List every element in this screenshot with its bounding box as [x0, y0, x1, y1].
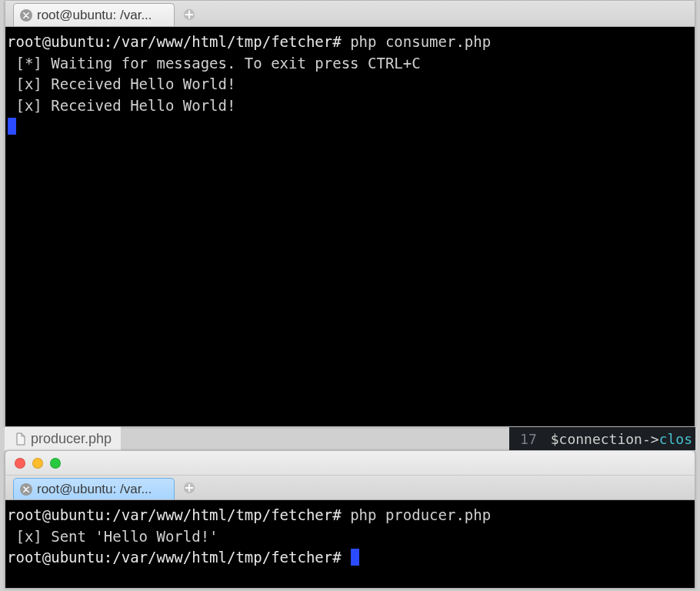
terminal-prompt: root@ubuntu:/var/www/html/tmp/fetcher# [7, 506, 342, 523]
editor-code: $connection->clos [551, 431, 692, 447]
bottom-tab-bar: root@ubuntu: /var... [5, 476, 695, 500]
terminal-command: php consumer.php [342, 33, 491, 50]
terminal-output-line: [x] Received Hello World! [7, 75, 235, 92]
terminal-output-line: [*] Waiting for messages. To exit press … [7, 55, 421, 72]
top-terminal-body[interactable]: root@ubuntu:/var/www/html/tmp/fetcher# p… [5, 27, 695, 426]
cursor-icon [8, 118, 16, 135]
editor-lineno: 17 [520, 431, 537, 447]
window-titlebar[interactable] [5, 451, 695, 476]
close-window-icon[interactable] [15, 458, 25, 469]
close-tab-icon[interactable] [20, 9, 32, 22]
editor-file-tab[interactable]: producer.php [5, 427, 121, 450]
terminal-prompt: root@ubuntu:/var/www/html/tmp/fetcher# [7, 33, 342, 50]
cursor-icon [351, 549, 359, 566]
new-tab-button[interactable] [181, 479, 198, 496]
editor-code-preview: 17 $connection->clos [509, 427, 695, 450]
terminal-prompt: root@ubuntu:/var/www/html/tmp/fetcher# [7, 549, 342, 566]
minimize-window-icon[interactable] [32, 458, 43, 469]
top-tab-title: root@ubuntu: /var... [37, 8, 152, 23]
terminal-command: php producer.php [342, 506, 491, 523]
zoom-window-icon[interactable] [50, 458, 61, 469]
bottom-terminal-tab[interactable]: root@ubuntu: /var... [13, 478, 175, 499]
bottom-terminal-window: root@ubuntu: /var... root@ubuntu:/var/ww… [5, 450, 695, 589]
terminal-command [342, 549, 350, 566]
close-tab-icon[interactable] [20, 483, 32, 496]
editor-filename: producer.php [31, 431, 112, 447]
bottom-tab-title: root@ubuntu: /var... [37, 482, 152, 497]
terminal-output-line: [x] Received Hello World! [7, 97, 235, 114]
top-terminal-window: root@ubuntu: /var... root@ubuntu:/var/ww… [5, 0, 695, 427]
top-tab-bar: root@ubuntu: /var... [5, 1, 695, 27]
editor-strip: producer.php 17 $connection->clos [5, 427, 695, 450]
file-icon [15, 432, 26, 446]
terminal-output-line: [x] Sent 'Hello World!' [7, 528, 218, 545]
top-terminal-tab[interactable]: root@ubuntu: /var... [13, 3, 175, 26]
bottom-terminal-body[interactable]: root@ubuntu:/var/www/html/tmp/fetcher# p… [5, 500, 695, 588]
new-tab-button[interactable] [181, 6, 198, 23]
